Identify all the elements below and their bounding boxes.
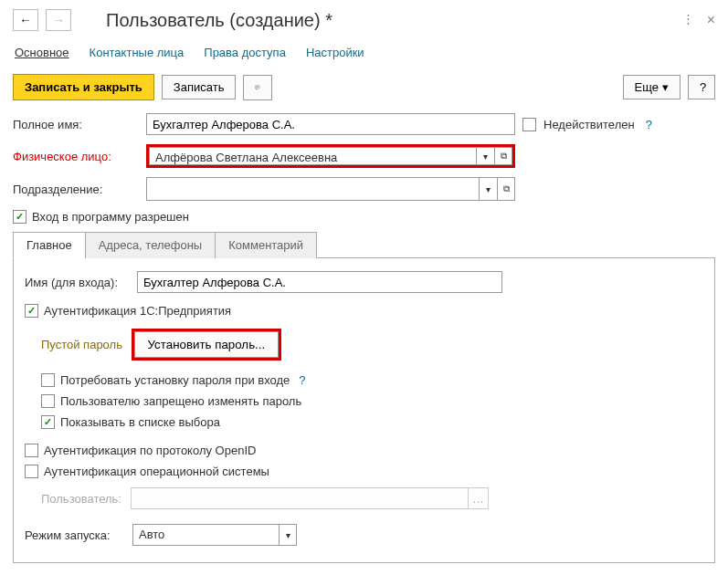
main-panel: Имя (для входа): Аутентификация 1С:Предп… (13, 258, 715, 563)
dept-dropdown-icon[interactable]: ▾ (479, 177, 497, 201)
login-allowed-checkbox[interactable] (13, 210, 26, 224)
help-icon[interactable]: ? (646, 118, 652, 131)
back-button[interactable]: ← (13, 9, 38, 31)
person-open-icon[interactable]: ⧉ (494, 147, 512, 165)
dept-field: ▾ ⧉ (146, 177, 515, 201)
window-title: Пользователь (создание) * (106, 10, 675, 31)
person-label: Физическое лицо: (13, 150, 139, 163)
toolbar: Записать и закрыть Записать Еще ▾ ? (13, 74, 715, 113)
subtabs: Главное Адреса, телефоны Комментарий (13, 231, 715, 258)
person-field: Алфёрова Светлана Алексеевна ▾ ⧉ (146, 144, 515, 168)
discussion-icon[interactable] (243, 75, 272, 100)
auth-1c-label: Аутентификация 1С:Предприятия (44, 304, 231, 318)
login-name-input[interactable] (137, 271, 502, 293)
show-in-list-label: Показывать в списке выбора (60, 415, 220, 429)
launch-mode-label: Режим запуска: (25, 528, 127, 542)
subtab-comment[interactable]: Комментарий (215, 232, 317, 258)
auth-openid-label: Аутентификация по протоколу OpenID (44, 444, 256, 457)
require-password-label: Потребовать установку пароля при входе (60, 373, 290, 387)
tab-settings[interactable]: Настройки (306, 46, 364, 59)
login-allowed-label: Вход в программу разрешен (32, 210, 189, 224)
os-user-browse-icon[interactable]: … (468, 488, 488, 508)
section-tabs: Основное Контактные лица Права доступа Н… (13, 42, 715, 74)
auth-os-label: Аутентификация операционной системы (44, 465, 269, 478)
inactive-label: Недействителен (543, 118, 635, 131)
full-name-label: Полное имя: (13, 118, 139, 131)
close-icon[interactable]: × (707, 12, 715, 28)
subtab-addresses[interactable]: Адреса, телефоны (85, 232, 216, 258)
chevron-down-icon: ▾ (662, 80, 669, 94)
help-button[interactable]: ? (688, 75, 715, 99)
empty-password-label: Пустой пароль (41, 338, 122, 351)
require-password-checkbox[interactable] (41, 373, 55, 387)
set-password-button[interactable]: Установить пароль... (134, 331, 280, 358)
forbid-change-label: Пользователю запрещено изменять пароль (60, 394, 301, 408)
full-name-input[interactable] (146, 113, 515, 135)
dept-open-icon[interactable]: ⧉ (497, 177, 515, 201)
dept-label: Подразделение: (13, 183, 139, 196)
forward-button[interactable]: → (46, 9, 71, 31)
tab-contacts[interactable]: Контактные лица (90, 46, 185, 59)
save-close-button[interactable]: Записать и закрыть (13, 74, 154, 100)
os-user-field: … (131, 487, 489, 509)
launch-mode-value: Авто (132, 524, 279, 546)
os-user-input (132, 488, 468, 508)
show-in-list-checkbox[interactable] (41, 415, 55, 429)
options-icon[interactable]: ⋮ (682, 12, 694, 28)
os-user-label: Пользователь: (41, 492, 125, 506)
titlebar: ← → Пользователь (создание) * ⋮ × (13, 9, 715, 42)
auth-1c-checkbox[interactable] (25, 304, 38, 318)
save-button[interactable]: Записать (162, 75, 237, 99)
inactive-checkbox[interactable] (522, 118, 536, 131)
person-input[interactable]: Алфёрова Светлана Алексеевна (149, 147, 476, 165)
more-label: Еще (635, 80, 659, 94)
help-icon[interactable]: ? (299, 373, 305, 387)
set-password-highlight: Установить пароль... (132, 329, 282, 361)
dept-input[interactable] (146, 177, 479, 201)
auth-openid-checkbox[interactable] (25, 444, 38, 457)
subtab-main[interactable]: Главное (13, 232, 86, 258)
more-button[interactable]: Еще ▾ (623, 75, 681, 99)
launch-mode-select[interactable]: Авто ▾ (132, 524, 297, 546)
person-dropdown-icon[interactable]: ▾ (476, 147, 494, 165)
launch-mode-dropdown-icon[interactable]: ▾ (279, 524, 297, 546)
forbid-change-checkbox[interactable] (41, 394, 55, 408)
tab-main[interactable]: Основное (15, 46, 69, 59)
auth-os-checkbox[interactable] (25, 465, 38, 478)
login-name-label: Имя (для входа): (25, 276, 130, 289)
tab-rights[interactable]: Права доступа (204, 46, 286, 59)
